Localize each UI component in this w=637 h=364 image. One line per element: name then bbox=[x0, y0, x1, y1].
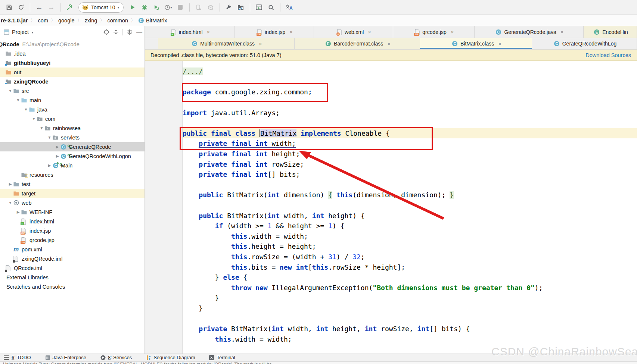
run-configuration-select[interactable]: Tomcat 10▾ bbox=[78, 2, 124, 13]
tree-item-external-libraries[interactable]: External Libraries bbox=[0, 273, 145, 282]
code-line-8[interactable]: 8import java.util.Arrays; bbox=[145, 107, 637, 118]
breadcrumb-item[interactable]: re-3.1.0.jar bbox=[0, 18, 29, 23]
back-button[interactable]: ← bbox=[34, 2, 44, 13]
tree-item-githubliuyueyi[interactable]: githubliuyueyi bbox=[0, 58, 145, 68]
chevron-expanded-icon[interactable]: ▼ bbox=[15, 98, 21, 102]
code-line-30[interactable]: 30 bbox=[145, 313, 637, 324]
code-line-21[interactable]: 21 if (width >= 1 && height >= 1) { bbox=[145, 221, 637, 231]
breadcrumb-item[interactable]: common bbox=[106, 18, 129, 23]
code-line-26[interactable]: 26 } else { bbox=[145, 272, 637, 283]
chevron-expanded-icon[interactable]: ▼ bbox=[46, 135, 53, 139]
chevron-expanded-icon[interactable]: ▼ bbox=[23, 107, 29, 112]
tree-item-index-jsp[interactable]: JSPindex.jsp bbox=[0, 226, 145, 235]
sync-button[interactable] bbox=[16, 2, 26, 13]
chevron-collapsed-icon[interactable]: ▶ bbox=[54, 145, 60, 149]
code-line-27[interactable]: 27 throw new IllegalArgumentException("B… bbox=[145, 282, 637, 293]
tab-index-jsp[interactable]: JSPindex.jsp× bbox=[235, 26, 314, 38]
hammer-button[interactable] bbox=[64, 2, 75, 13]
toolwindow-button-services[interactable]: 8: Services bbox=[100, 355, 132, 360]
tree-item-java[interactable]: ▼java bbox=[0, 105, 145, 114]
tree-item-qrcode-iml[interactable]: QRcode.iml bbox=[0, 263, 145, 273]
code-line-22[interactable]: 22 this.width = width; bbox=[145, 231, 637, 242]
code-line-7[interactable]: 7 bbox=[145, 97, 637, 108]
chevron-collapsed-icon[interactable]: ▶ bbox=[46, 163, 53, 167]
tree-item-qrcode-jsp[interactable]: JSPqrcode.jsp bbox=[0, 235, 145, 245]
code-line-15[interactable]: 15 bbox=[145, 180, 637, 190]
code-line-19[interactable]: 19 bbox=[145, 200, 637, 211]
chevron-collapsed-icon[interactable]: ▶ bbox=[54, 154, 60, 158]
tree-item-target[interactable]: target bbox=[0, 189, 145, 198]
code-line-31[interactable]: 31 private BitMatrix(int width, int heig… bbox=[145, 324, 637, 334]
run-window-button[interactable] bbox=[254, 2, 264, 13]
code-line-14[interactable]: 14 private final int[] bits; bbox=[145, 169, 637, 180]
code-line-5[interactable]: 5 bbox=[145, 77, 637, 87]
code-line-25[interactable]: 25 this.bits = new int[this.rowSize * he… bbox=[145, 262, 637, 272]
run-button[interactable] bbox=[127, 2, 138, 13]
tree-item-out[interactable]: out bbox=[0, 68, 145, 77]
tree-item-rainbowsea[interactable]: ▼rainbowsea bbox=[0, 123, 145, 133]
tab-gerateqrcodewithlog[interactable]: CGerateQRcodeWithLog bbox=[532, 38, 637, 49]
code-line-23[interactable]: 23 this.height = height; bbox=[145, 241, 637, 252]
close-icon[interactable]: × bbox=[368, 29, 371, 35]
chevron-collapsed-icon[interactable]: ▶ bbox=[15, 210, 21, 214]
search-button[interactable] bbox=[266, 2, 276, 13]
breadcrumb-item[interactable]: zxing bbox=[84, 18, 98, 23]
code-line-16[interactable]: 16+ public BitMatrix(int dimension) { th… bbox=[145, 190, 637, 200]
code-line-11[interactable]: 11 private final int width; bbox=[145, 138, 637, 149]
tree-item--idea[interactable]: .idea bbox=[0, 49, 145, 58]
code-line-20[interactable]: 20 public BitMatrix(int width, int heigh… bbox=[145, 210, 637, 221]
close-icon[interactable]: × bbox=[560, 29, 564, 35]
close-icon[interactable]: × bbox=[387, 41, 391, 47]
tree-item-main[interactable]: ▶CMain bbox=[0, 161, 145, 170]
toolwindow-button-todo[interactable]: 6: TODO bbox=[4, 355, 31, 360]
code-line-10[interactable]: 10public final class BitMatrix implement… bbox=[145, 128, 637, 139]
chevron-expanded-icon[interactable]: ▼ bbox=[31, 117, 37, 121]
code-line-1[interactable]: 1+/.../ bbox=[145, 66, 637, 77]
tab-web-xml[interactable]: cweb.xml× bbox=[314, 26, 393, 38]
structure-button[interactable] bbox=[236, 2, 246, 13]
code-line-12[interactable]: 12 private final int height; bbox=[145, 149, 637, 159]
tree-item-src[interactable]: ▼src bbox=[0, 86, 145, 95]
toolwindow-button-terminal[interactable]: Terminal bbox=[209, 355, 235, 360]
deploy-button[interactable] bbox=[205, 2, 216, 13]
tree-item-pom-xml[interactable]: mpom.xml bbox=[0, 245, 145, 254]
close-icon[interactable]: × bbox=[498, 41, 501, 47]
tab-encodehin[interactable]: EEncodeHin bbox=[584, 26, 637, 38]
tree-item-web-inf[interactable]: ▶WEB-INF bbox=[0, 207, 145, 217]
tree-item-servlets[interactable]: ▼servlets bbox=[0, 133, 145, 142]
breadcrumb-item[interactable]: google bbox=[58, 18, 75, 23]
tree-item-web[interactable]: ▼web bbox=[0, 198, 145, 207]
save-button[interactable] bbox=[4, 2, 14, 13]
close-icon[interactable]: × bbox=[289, 29, 293, 35]
coverage-button[interactable] bbox=[151, 2, 162, 13]
code-line-9[interactable]: 9 bbox=[145, 118, 637, 128]
close-icon[interactable]: × bbox=[259, 41, 262, 47]
breadcrumb-item[interactable]: CBitMatrix bbox=[137, 18, 168, 23]
locate-button[interactable] bbox=[103, 29, 109, 35]
tab-generateqrcode-java[interactable]: CGenerateQRcode.java× bbox=[475, 26, 584, 38]
close-icon[interactable]: × bbox=[207, 29, 210, 35]
tree-item-zxingqrcode[interactable]: zxingQRcode bbox=[0, 77, 145, 86]
tree-item-gerateqrcodewithlogon[interactable]: ▶CGerateQRcodeWithLogon bbox=[0, 151, 145, 161]
forward-button[interactable]: → bbox=[46, 2, 56, 13]
code-line-29[interactable]: 29 } bbox=[145, 303, 637, 314]
tree-item-zxingqrcode-iml[interactable]: zxingQRcode.iml bbox=[0, 254, 145, 263]
breadcrumb-item[interactable]: com bbox=[37, 18, 49, 23]
tab-barcodeformat-class[interactable]: EBarcodeFormat.class× bbox=[295, 38, 420, 49]
debug-button[interactable] bbox=[139, 2, 150, 13]
download-sources-link[interactable]: Download Sources bbox=[585, 52, 631, 58]
tree-item-index-html[interactable]: Hindex.html bbox=[0, 217, 145, 226]
code-line-24[interactable]: 24 this.rowSize = (width + 31) / 32; bbox=[145, 252, 637, 262]
translate-button[interactable]: A bbox=[284, 2, 295, 13]
wrench-button[interactable] bbox=[224, 2, 234, 13]
gear-button[interactable] bbox=[127, 29, 133, 35]
tab-qrcode-jsp[interactable]: JSPqrcode.jsp× bbox=[393, 26, 475, 38]
minus-button[interactable]: — bbox=[136, 29, 142, 35]
project-tool-window-selector[interactable]: Project ▾ bbox=[4, 29, 33, 35]
tree-item-generateqrcode[interactable]: ▶CGenerateQRcode bbox=[0, 142, 145, 151]
tree-item-main[interactable]: ▼main bbox=[0, 95, 145, 105]
chevron-expanded-icon[interactable]: ▼ bbox=[7, 89, 13, 93]
code-line-32[interactable]: 32 this.width = width; bbox=[145, 334, 637, 344]
tree-item-com[interactable]: ▼com bbox=[0, 114, 145, 123]
chevron-collapsed-icon[interactable]: ▶ bbox=[7, 182, 13, 186]
